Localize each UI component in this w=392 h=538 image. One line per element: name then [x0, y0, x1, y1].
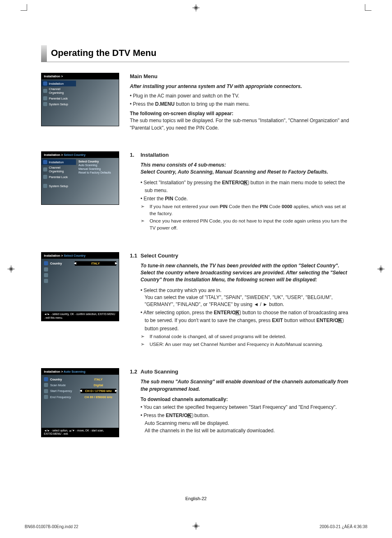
- svg-rect-19: [187, 413, 193, 417]
- tv-menu-item: Parental Lock: [42, 95, 76, 101]
- intro-text: The sub menu "Auto Scanning" will enable…: [141, 378, 349, 393]
- arrow-right-icon: ▶: [115, 389, 117, 392]
- intro-text: To tune-in new channels, the TV has been…: [141, 262, 349, 284]
- text-column: 1.Installation This menu consists of 4 s…: [130, 151, 349, 232]
- arrow-right-icon: ▶: [115, 262, 117, 265]
- imprint-timestamp: 2006-03-21 ¿ÀÈÄ 4:36:38: [320, 524, 367, 529]
- tv-field-label: Country: [50, 262, 75, 265]
- bullet: Select the country which you are in.You …: [141, 287, 349, 308]
- tv-menu-item: Channel Organising: [42, 165, 76, 174]
- svg-point-7: [10, 268, 12, 270]
- tv-field-row: [44, 272, 116, 278]
- arrow-left-icon: ◀: [80, 389, 82, 392]
- subheading: To download channels automatically:: [141, 396, 349, 403]
- tv-menu-label: System Setup: [49, 184, 68, 188]
- menu-icon: [44, 261, 48, 265]
- tv-screenshot-installation-sub: Installation > Select Country Installati…: [41, 151, 119, 205]
- tv-menu-item: Parental Lock: [42, 174, 76, 180]
- tv-footer-hint: ◄/► - select country, OK - confirm selec…: [42, 311, 119, 320]
- menu-icon: [43, 175, 47, 179]
- menu-icon: [43, 167, 47, 172]
- page-number: English-22: [0, 496, 392, 501]
- section-heading: 1.2Auto Scanning: [130, 368, 349, 376]
- svg-point-11: [380, 268, 382, 270]
- tv-breadcrumb: Installation > Auto Scanning: [42, 369, 119, 375]
- tv-menu-label: Channel Organising: [49, 166, 74, 173]
- intro-text: This menu consists of 4 sub-menus:Select…: [141, 162, 349, 176]
- imprint-line: BN68-01007B-00Eng.indd 22 2006-03-21 ¿ÀÈ…: [25, 524, 367, 529]
- tv-breadcrumb: Installation > Select Country: [42, 152, 119, 158]
- tv-menu-item: Channel Organising: [42, 86, 76, 95]
- registration-mark-icon: [192, 4, 200, 12]
- page-title: Operating the DTV Menu: [41, 45, 349, 62]
- intro-text: After installing your antenna system and…: [130, 83, 349, 90]
- bullet: Press the ENTER/OK button.Auto Scanning …: [141, 412, 349, 434]
- tv-field-value: CH 69 / 858000 kHz: [81, 395, 116, 399]
- menu-icon: [44, 383, 48, 387]
- crop-mark: [21, 4, 27, 11]
- tv-menu-label: Parental Lock: [49, 97, 68, 100]
- section-main-menu: Installation > Installation Channel Orga…: [41, 73, 349, 132]
- section-heading: 1.1Select Country: [130, 252, 349, 260]
- section-installation: Installation > Select Country Installati…: [41, 151, 349, 232]
- section-heading: Main Menu: [130, 73, 349, 81]
- svg-rect-17: [235, 311, 241, 315]
- tv-field-row: CountryITALY: [44, 376, 116, 382]
- tv-screenshot-auto-scanning: Installation > Auto Scanning CountryITAL…: [41, 368, 119, 437]
- tv-menu-label: System Setup: [49, 102, 68, 106]
- subheading: The following on-screen display will app…: [130, 110, 349, 117]
- tv-footer-hint: ◄/► - select option, ▲/▼ - move, OK - st…: [42, 428, 119, 437]
- menu-icon: [44, 389, 48, 393]
- bullet: Select "Installation" by pressing the EN…: [141, 179, 349, 195]
- menu-icon: [44, 377, 48, 381]
- bullet: After selecting option, press the ENTER/…: [141, 309, 349, 332]
- svg-rect-16: [244, 181, 249, 185]
- text-column: Main Menu After installing your antenna …: [130, 73, 349, 132]
- tv-breadcrumb: Installation > Select Country: [42, 253, 119, 259]
- enter-icon: [342, 318, 344, 325]
- menu-icon: [43, 81, 47, 86]
- bullet: Press the D.MENU button to bring up the …: [130, 101, 349, 108]
- arrow-left-icon: ◀: [74, 262, 76, 265]
- tv-breadcrumb: Installation >: [42, 73, 119, 79]
- manual-page: Operating the DTV Menu Installation > In…: [0, 0, 392, 538]
- menu-icon: [44, 273, 48, 277]
- text-column: 1.1Select Country To tune-in new channel…: [130, 252, 349, 349]
- tv-submenu-item: Select Country: [78, 160, 114, 163]
- note: If national code is changed, all of save…: [141, 333, 349, 340]
- tv-menu-label: Channel Organising: [49, 87, 74, 95]
- content-area: Operating the DTV Menu Installation > In…: [41, 45, 349, 437]
- tv-field-row: Start Frequency◀CH D / 177500 kHz▶: [44, 388, 116, 394]
- section-auto-scanning: Installation > Auto Scanning CountryITAL…: [41, 368, 349, 437]
- menu-icon: [43, 184, 47, 188]
- tv-submenu-item: Manual Scanning: [78, 167, 114, 171]
- bullet: Enter the PIN Code.: [141, 195, 349, 202]
- tv-field-value: ◀CH D / 177500 kHz▶: [81, 389, 116, 393]
- tv-field-label: End Frequency: [50, 395, 81, 399]
- bullet: Plug in the AC main power and switch on …: [130, 93, 349, 100]
- menu-icon: [43, 160, 47, 164]
- tv-field-value: ITALY: [81, 378, 116, 381]
- menu-icon: [44, 395, 48, 399]
- tv-menu-label: Installation: [49, 82, 64, 86]
- svg-rect-18: [338, 319, 343, 323]
- body-text: The sub menu topics will be displayed. F…: [130, 117, 349, 132]
- menu-icon: [43, 96, 47, 100]
- tv-field-label: Scan Mode: [50, 383, 81, 387]
- note: USER: An user may set Channel Number and…: [141, 341, 349, 348]
- menu-icon: [44, 279, 48, 283]
- tv-field-label: Start Frequency: [50, 389, 81, 393]
- svg-point-3: [195, 7, 197, 9]
- text-column: 1.2Auto Scanning The sub menu "Auto Scan…: [130, 368, 349, 435]
- tv-screenshot-installation: Installation > Installation Channel Orga…: [41, 73, 119, 126]
- note: If you have not entered your own PIN Cod…: [141, 203, 349, 217]
- tv-field-row: Country ◀ITALY▶: [44, 260, 116, 267]
- menu-icon: [44, 267, 48, 271]
- menu-icon: [43, 102, 47, 106]
- tv-menu-item: System Setup: [42, 183, 76, 189]
- menu-icon: [43, 89, 47, 93]
- crop-mark: [365, 4, 371, 11]
- tv-submenu-item: Reset to Factory Defaults: [78, 171, 114, 174]
- tv-screenshot-select-country: Installation > Select Country Country ◀I…: [41, 252, 119, 321]
- tv-submenu-item: Auto Scanning: [78, 163, 114, 167]
